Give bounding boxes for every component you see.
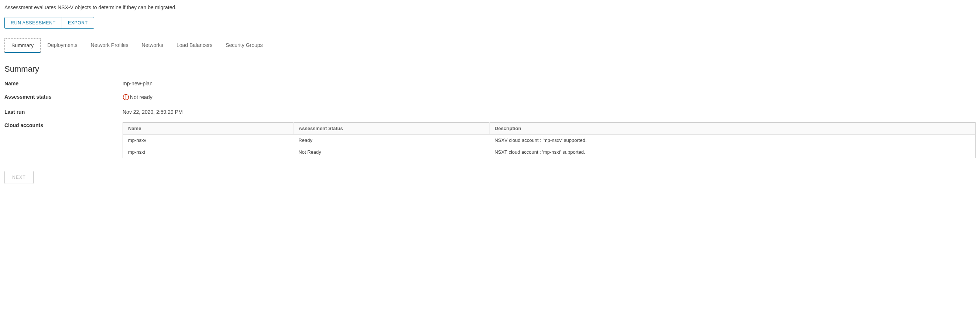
summary-row-cloud-accounts: Cloud accounts Name Assessment Status De… xyxy=(5,122,975,158)
tab-network-profiles[interactable]: Network Profiles xyxy=(84,38,135,53)
alert-icon xyxy=(123,94,129,100)
assessment-description: Assessment evaluates NSX-V objects to de… xyxy=(5,5,975,10)
tab-deployments[interactable]: Deployments xyxy=(41,38,84,53)
status-value: Not ready xyxy=(130,94,153,100)
col-header-status: Assessment Status xyxy=(293,123,489,134)
name-value: mp-new-plan xyxy=(123,81,975,86)
next-button[interactable]: NEXT xyxy=(5,171,33,184)
export-button[interactable]: EXPORT xyxy=(62,18,94,29)
svg-point-2 xyxy=(126,98,126,99)
table-row: mp-nsxt Not Ready NSXT cloud account : '… xyxy=(123,146,975,158)
col-header-description: Description xyxy=(489,123,975,134)
cell-description: NSXV cloud account : 'mp-nsxv' supported… xyxy=(489,134,975,146)
cell-status: Ready xyxy=(293,134,489,146)
summary-details: Name mp-new-plan Assessment status Not r… xyxy=(5,81,975,158)
section-title: Summary xyxy=(5,64,975,74)
lastrun-value: Nov 22, 2020, 2:59:29 PM xyxy=(123,109,975,115)
tab-security-groups[interactable]: Security Groups xyxy=(219,38,269,53)
summary-row-lastrun: Last run Nov 22, 2020, 2:59:29 PM xyxy=(5,109,975,115)
tab-summary[interactable]: Summary xyxy=(5,38,41,53)
tab-bar: Summary Deployments Network Profiles Net… xyxy=(5,38,975,53)
cell-description: NSXT cloud account : 'mp-nsxt' supported… xyxy=(489,146,975,158)
cell-status: Not Ready xyxy=(293,146,489,158)
summary-row-status: Assessment status Not ready xyxy=(5,94,975,102)
table-row: mp-nsxv Ready NSXV cloud account : 'mp-n… xyxy=(123,134,975,146)
action-button-group: RUN ASSESSMENT EXPORT xyxy=(5,17,94,29)
cell-name: mp-nsxv xyxy=(123,134,294,146)
status-label: Assessment status xyxy=(5,94,123,100)
summary-row-name: Name mp-new-plan xyxy=(5,81,975,86)
cell-name: mp-nsxt xyxy=(123,146,294,158)
col-header-name: Name xyxy=(123,123,294,134)
lastrun-label: Last run xyxy=(5,109,123,115)
name-label: Name xyxy=(5,81,123,86)
cloud-accounts-table: Name Assessment Status Description mp-ns… xyxy=(123,122,975,158)
run-assessment-button[interactable]: RUN ASSESSMENT xyxy=(5,18,62,29)
tab-load-balancers[interactable]: Load Balancers xyxy=(170,38,219,53)
cloud-accounts-label: Cloud accounts xyxy=(5,122,123,128)
tab-networks[interactable]: Networks xyxy=(135,38,170,53)
